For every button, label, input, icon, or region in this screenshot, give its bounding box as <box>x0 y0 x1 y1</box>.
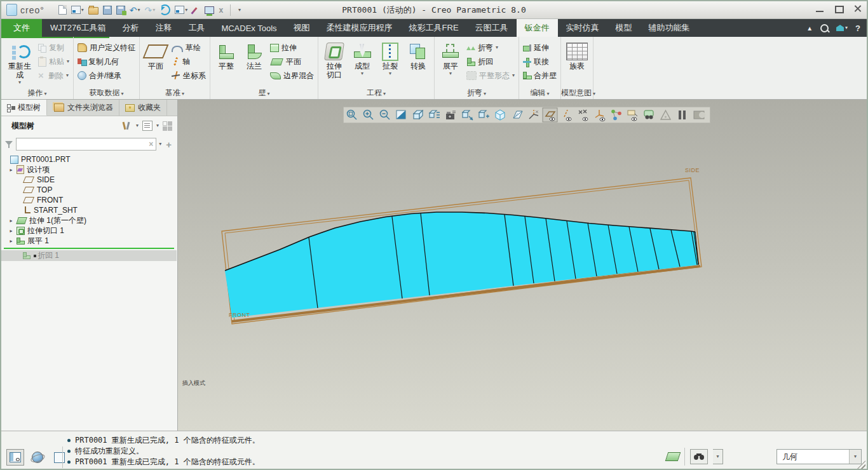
close-window-button[interactable]: x <box>219 4 223 17</box>
tree-item-unbend-1[interactable]: ▸展平 1 <box>1 236 177 246</box>
tree-search-input[interactable] <box>19 139 149 149</box>
axis-display-icon[interactable] <box>564 110 571 121</box>
datum-label-front[interactable]: FRONT <box>229 312 250 318</box>
expand-icon[interactable]: ▸ <box>8 218 14 224</box>
selection-filter-dropdown[interactable]: ▾ <box>849 450 861 464</box>
pause-icon[interactable] <box>679 111 686 119</box>
zoom-in-icon[interactable] <box>364 111 374 120</box>
tree-item-extrude-1[interactable]: ▸拉伸 1(第一个壁) <box>1 215 177 225</box>
maximize-button[interactable] <box>834 4 844 14</box>
view-manager-icon[interactable] <box>446 111 456 119</box>
saved-views-icon[interactable] <box>430 111 440 117</box>
save-status-button[interactable] <box>116 4 125 17</box>
bend-back-button[interactable]: 折回 <box>466 55 515 68</box>
datum-plane-button[interactable]: 平面 <box>144 39 168 71</box>
navigator-toggle-button[interactable] <box>6 449 24 466</box>
group-label-wall[interactable]: 壁▾ <box>210 88 318 98</box>
group-label-operations[interactable]: 操作▾ <box>1 88 73 98</box>
group-label-bend[interactable]: 折弯▾ <box>435 88 519 98</box>
saved-orientations-icon[interactable] <box>479 111 489 118</box>
tab-folder-browser[interactable]: 文件夹浏览器 <box>47 100 119 116</box>
close-button[interactable] <box>853 4 863 14</box>
tab-cloud-tools[interactable]: 云图工具 <box>467 19 517 37</box>
point-display-icon[interactable] <box>579 110 588 121</box>
merge-wall-button[interactable]: 合并壁 <box>523 69 557 82</box>
tab-accessibility[interactable]: 辅助功能集 <box>641 19 698 37</box>
tree-filters-icon[interactable] <box>142 121 153 131</box>
merge-inherit-button[interactable]: 合并/继承 <box>78 69 135 82</box>
group-label-datum[interactable]: 基准▾ <box>140 88 210 98</box>
insert-here-indicator[interactable] <box>4 248 174 249</box>
tab-color-tools[interactable]: 炫彩工具FRE <box>401 19 467 37</box>
group-label-model-intent[interactable]: 模型意图▾ <box>561 88 593 98</box>
appearance-button[interactable] <box>192 4 200 17</box>
rip-button[interactable]: 扯裂 ▾ <box>378 39 402 76</box>
tree-item-top[interactable]: TOP <box>1 185 177 195</box>
csys-display-icon[interactable] <box>595 110 605 121</box>
flat-wall-button[interactable]: 平整 <box>214 39 238 71</box>
planar-wall-button[interactable]: 平面 <box>270 55 314 68</box>
tree-settings-icon[interactable] <box>122 121 132 130</box>
message-log[interactable]: PRT0001 重新生成已完成, 1 个隐含的特征或元件。 特征成功重新定义。 … <box>67 435 260 467</box>
tab-tools[interactable]: 工具 <box>180 19 213 37</box>
extrude-cut-button[interactable]: 拉伸切口 <box>322 39 346 80</box>
tab-analysis[interactable]: 分析 <box>114 19 147 37</box>
regenerate-button[interactable]: 重新生成 ▾ <box>5 39 34 85</box>
refit-icon[interactable] <box>397 111 405 119</box>
graphics-area[interactable]: SIDE FRONT 插入模式 <box>178 100 868 431</box>
datum-display-filters-icon[interactable] <box>529 110 538 119</box>
tree-item-bend-back-1[interactable]: 折回 1 <box>1 250 177 261</box>
join-button[interactable]: 联接 <box>523 55 557 68</box>
spin-center-icon[interactable] <box>611 110 621 121</box>
tab-live-simulation[interactable]: 实时仿真 <box>558 19 607 37</box>
toolbar-options-button[interactable]: ▾ <box>238 4 241 17</box>
full-screen-button[interactable] <box>51 450 67 465</box>
copy-button[interactable]: 复制 <box>38 41 69 54</box>
tree-item-design-items[interactable]: ▸设计项 <box>1 164 177 175</box>
tab-annotate[interactable]: 注释 <box>147 19 180 37</box>
annotation-display-icon[interactable] <box>628 111 637 121</box>
delete-button[interactable]: 删除▾ <box>38 69 69 82</box>
tree-item-start-sht[interactable]: START_SHT <box>1 205 177 215</box>
view-normal-icon[interactable] <box>463 111 473 120</box>
tree-item-part[interactable]: PRT0001.PRT <box>1 154 177 164</box>
flat-pattern-body[interactable] <box>225 212 698 318</box>
extrude-wall-button[interactable]: 拉伸 <box>270 41 314 54</box>
new-file-button[interactable] <box>58 4 67 17</box>
tree-show-icon[interactable] <box>163 121 172 130</box>
csys-button[interactable]: 坐标系 <box>172 69 206 82</box>
undo-button[interactable]: ↶▾ <box>130 4 140 17</box>
collapse-ribbon-icon[interactable]: ▲ <box>806 25 813 32</box>
plane-display-icon[interactable] <box>543 108 557 122</box>
regenerate-quick-button[interactable] <box>159 4 170 17</box>
datum-label-side[interactable]: SIDE <box>685 167 700 173</box>
resume-icon[interactable] <box>694 111 705 119</box>
redo-button[interactable]: ↷▾ <box>145 4 156 17</box>
zoom-out-icon[interactable] <box>381 111 390 120</box>
tab-mcadex-tools[interactable]: MCADEx Tools <box>213 19 285 37</box>
command-locator-button[interactable]: ▾ <box>836 25 848 31</box>
udf-button[interactable]: 用户定义特征 <box>78 41 135 54</box>
minimize-button[interactable] <box>815 4 825 14</box>
selection-filter[interactable]: 几何 ▾ <box>776 449 862 464</box>
boundary-blend-button[interactable]: 边界混合 <box>270 69 314 82</box>
flange-wall-button[interactable]: 法兰 <box>242 39 266 71</box>
tree-item-front[interactable]: FRONT <box>1 195 177 205</box>
group-label-editing[interactable]: 编辑▾ <box>519 88 560 98</box>
unbend-button[interactable]: 展平 ▾ <box>438 39 463 76</box>
family-table-button[interactable]: 族表 <box>565 39 589 71</box>
display-style-icon[interactable] <box>414 111 423 119</box>
search-icon[interactable] <box>820 24 829 32</box>
group-label-engineering[interactable]: 工程▾ <box>318 88 434 98</box>
window-insert-button[interactable]: ▾ <box>71 4 84 17</box>
tab-flexible-modeling[interactable]: 柔性建模应用程序 <box>318 19 401 37</box>
form-button[interactable]: 成型 ▾ <box>350 39 374 76</box>
web-browser-button[interactable] <box>29 450 46 465</box>
filter-funnel-icon[interactable] <box>5 140 13 148</box>
tab-wjt276-toolbox[interactable]: WJT276工具箱 <box>42 19 114 37</box>
group-label-get-data[interactable]: 获取数据▾ <box>74 88 139 98</box>
window-switch-button[interactable]: ▾ <box>175 4 187 17</box>
expand-icon[interactable]: ▸ <box>8 167 14 173</box>
geometry-check-icon[interactable] <box>661 111 670 119</box>
open-button[interactable] <box>88 4 98 17</box>
